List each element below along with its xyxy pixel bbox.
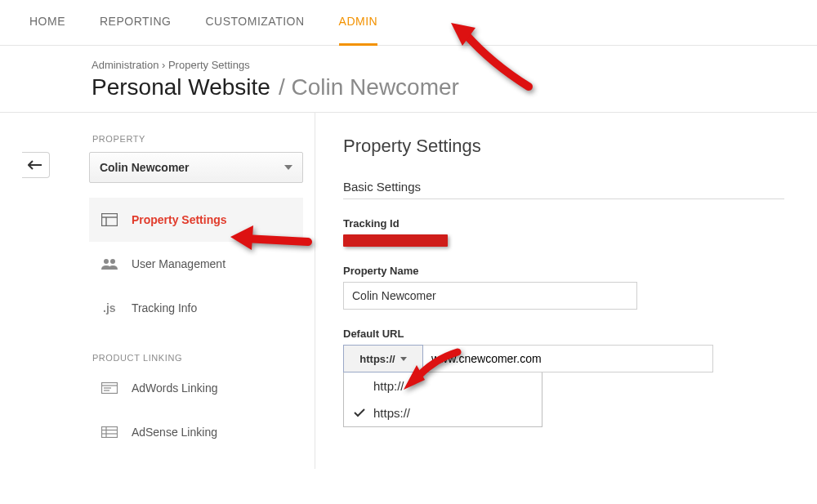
option-label: http:// (373, 379, 404, 393)
check-icon (354, 406, 365, 420)
product-linking-label: PRODUCT LINKING (92, 353, 303, 363)
breadcrumb-sep: › (158, 59, 168, 71)
adsense-icon (100, 425, 118, 439)
sidebar-label: AdWords Linking (132, 381, 218, 395)
sidebar-item-adsense-linking[interactable]: AdSense Linking (89, 410, 303, 454)
protocol-selector[interactable]: https:// (343, 345, 423, 372)
sidebar-item-property-settings[interactable]: Property Settings (89, 198, 303, 242)
tracking-id-label: Tracking Id (343, 217, 784, 230)
layout-icon (100, 212, 118, 227)
protocol-text: https:// (359, 353, 395, 365)
title-divider: / (279, 74, 285, 100)
sidebar-label: Tracking Info (132, 301, 197, 314)
url-input[interactable] (423, 345, 713, 372)
property-selector[interactable]: Colin Newcomer (89, 152, 303, 183)
back-column (0, 113, 50, 469)
sidebar-item-adwords-linking[interactable]: AdWords Linking (89, 366, 303, 410)
users-icon (100, 256, 118, 271)
nav-reporting[interactable]: REPORTING (100, 0, 171, 46)
sidebar-label: User Management (132, 257, 225, 270)
top-nav: HOME REPORTING CUSTOMIZATION ADMIN (0, 0, 817, 46)
svg-rect-9 (101, 427, 117, 438)
property-name-input[interactable] (343, 282, 637, 310)
header: Administration › Property Settings Perso… (0, 46, 817, 112)
breadcrumb-current: Property Settings (168, 59, 250, 71)
sidebar-item-user-management[interactable]: User Management (89, 242, 303, 286)
nav-admin[interactable]: ADMIN (339, 0, 378, 46)
default-url-label: Default URL (343, 328, 784, 340)
breadcrumb: Administration › Property Settings (92, 59, 817, 71)
adwords-icon (100, 381, 118, 395)
nav-customization[interactable]: CUSTOMIZATION (205, 0, 304, 46)
svg-point-4 (110, 259, 115, 264)
title-main: Personal Website (92, 74, 270, 100)
protocol-option-http[interactable]: http:// (344, 372, 542, 399)
nav-home[interactable]: HOME (29, 0, 65, 46)
sidebar-label: AdSense Linking (132, 426, 217, 439)
property-selected-text: Colin Newcomer (100, 161, 190, 174)
sidebar-label: Property Settings (132, 213, 227, 226)
title-sub: Colin Newcomer (292, 74, 459, 100)
page-title: Personal Website / Colin Newcomer (92, 74, 817, 100)
basic-settings-heading: Basic Settings (343, 180, 784, 199)
svg-point-3 (104, 259, 109, 264)
sidebar-item-tracking-info[interactable]: .js Tracking Info (89, 286, 303, 330)
url-row: https:// (343, 345, 713, 372)
protocol-dropdown: http:// https:// (343, 372, 542, 427)
main-row: PROPERTY Colin Newcomer Property Setting… (0, 112, 817, 469)
content-heading: Property Settings (343, 136, 784, 157)
content: Property Settings Basic Settings Trackin… (315, 113, 817, 469)
js-icon: .js (100, 301, 118, 315)
back-button[interactable] (22, 152, 50, 178)
tracking-id-redacted (343, 234, 448, 247)
property-name-label: Property Name (343, 265, 784, 277)
option-label: https:// (373, 406, 410, 420)
protocol-option-https[interactable]: https:// (344, 399, 542, 426)
back-arrow-icon (28, 160, 42, 170)
sidebar: PROPERTY Colin Newcomer Property Setting… (50, 113, 315, 469)
svg-rect-0 (101, 214, 117, 226)
caret-down-icon (400, 357, 407, 361)
breadcrumb-root[interactable]: Administration (92, 59, 158, 71)
property-label: PROPERTY (92, 134, 303, 144)
caret-down-icon (284, 165, 292, 170)
